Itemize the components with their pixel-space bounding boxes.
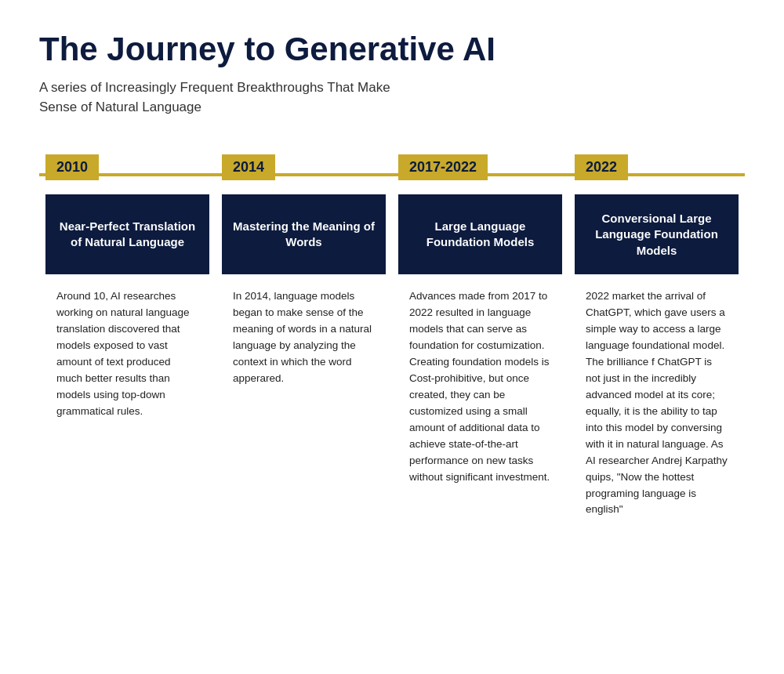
year-badge-2010: 2010 bbox=[45, 154, 99, 180]
card-title-2022: Conversional Large Language Foundation M… bbox=[586, 207, 728, 262]
card-title-2017: Large Language Foundation Models bbox=[409, 207, 551, 262]
card-body-2014: In 2014, language models began to make s… bbox=[222, 274, 386, 532]
year-badge-2017: 2017-2022 bbox=[398, 154, 488, 180]
year-badge-2014: 2014 bbox=[222, 154, 275, 180]
card-2010: Near-Perfect Translation of Natural Lang… bbox=[45, 194, 209, 274]
card-title-2010: Near-Perfect Translation of Natural Lang… bbox=[56, 207, 198, 262]
main-title: The Journey to Generative AI bbox=[39, 31, 745, 67]
timeline-col-2010: 2010 Near-Perfect Translation of Natural… bbox=[39, 154, 216, 532]
card-body-2022: 2022 market the arrival of ChatGPT, whic… bbox=[575, 274, 739, 532]
timeline-wrapper: 2010 Near-Perfect Translation of Natural… bbox=[39, 154, 745, 532]
card-body-2010: Around 10, AI researches working on natu… bbox=[45, 274, 209, 532]
timeline-col-2014: 2014 Mastering the Meaning of Words In 2… bbox=[216, 154, 392, 532]
card-2017: Large Language Foundation Models bbox=[398, 194, 562, 274]
card-2014: Mastering the Meaning of Words bbox=[222, 194, 386, 274]
card-title-2014: Mastering the Meaning of Words bbox=[233, 207, 375, 262]
card-body-2017: Advances made from 2017 to 2022 resulted… bbox=[398, 274, 562, 532]
card-2022: Conversional Large Language Foundation M… bbox=[575, 194, 739, 274]
timeline-col-2017: 2017-2022 Large Language Foundation Mode… bbox=[392, 154, 568, 532]
subtitle: A series of Increasingly Frequent Breakt… bbox=[39, 78, 416, 117]
year-badge-2022: 2022 bbox=[575, 154, 628, 180]
timeline-col-2022: 2022 Conversional Large Language Foundat… bbox=[568, 154, 745, 532]
timeline-columns: 2010 Near-Perfect Translation of Natural… bbox=[39, 154, 745, 532]
